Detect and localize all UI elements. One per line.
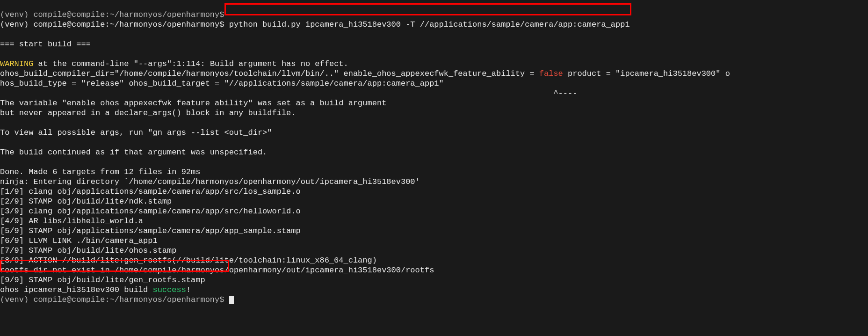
build-step: [8/9] ACTION //build/lite:gen_rootfs(//b… [0,256,377,265]
ninja-entering: ninja: Entering directory `/home/compile… [0,177,420,186]
build-success-word: success [152,285,186,294]
build-step: [4/9] AR libs/libhello_world.a [0,217,143,226]
entered-command: python build.py ipcamera_hi3518ev300 -T … [229,20,630,29]
terminal-output[interactable]: (venv) compile@compile:~/harmonyos/openh… [0,0,868,305]
build-result-prefix: ohos ipcamera_hi3518ev300 build [0,285,152,294]
args-line-2: hos_build_type = "release" ohos_build_ta… [0,79,444,88]
warning-label: WARNING [0,59,33,68]
caret-indicator: ^---- [0,89,577,98]
view-args-hint: To view all possible args, run "gn args … [0,128,272,137]
done-line: Done. Made 6 targets from 12 files in 92… [0,168,200,176]
args-line-1a: ohos_build_compiler_dir="/home/compile/h… [0,69,539,78]
false-token: false [539,69,563,78]
prompt-colon: : [105,20,109,29]
build-step: [6/9] LLVM LINK ./bin/camera_app1 [0,236,158,245]
build-step: [2/9] STAMP obj/build/lite/ndk.stamp [0,197,172,206]
build-step: [7/9] STAMP obj/build/lite/ohos.stamp [0,246,176,255]
start-build-banner: === start build === [0,40,91,49]
build-success-excl: ! [186,285,191,294]
final-prompt: (venv) compile@compile:~/harmonyos/openh… [0,295,229,304]
variable-note-2: but never appeared in a declare_args() b… [0,109,296,117]
build-continued: The build continued as if that argument … [0,148,267,157]
build-step: [3/9] clang obj/applications/sample/came… [0,207,301,216]
args-line-1b: product = "ipcamera_hi3518ev300" o [563,69,730,78]
warning-text: at the command-line "--args":1:114: Buil… [33,59,348,68]
build-step: [5/9] STAMP obj/applications/sample/came… [0,226,301,235]
cursor[interactable] [229,296,234,304]
build-step: [9/9] STAMP obj/build/lite/gen_rootfs.st… [0,276,205,285]
variable-note-1: The variable "enable_ohos_appexecfwk_fea… [0,99,386,108]
prompt-venv: (venv) [0,20,33,29]
prompt-userhost: compile@compile [33,20,105,29]
prompt-path: ~/harmonyos/openharmony [110,20,220,29]
prompt-dollar: $ [219,20,229,29]
partial-prev-prompt: (venv) compile@compile:~/harmonyos/openh… [0,10,224,19]
build-step: [1/9] clang obj/applications/sample/came… [0,187,301,196]
rootfs-missing: rootfs dir not exist in /home/compile/ha… [0,266,434,275]
